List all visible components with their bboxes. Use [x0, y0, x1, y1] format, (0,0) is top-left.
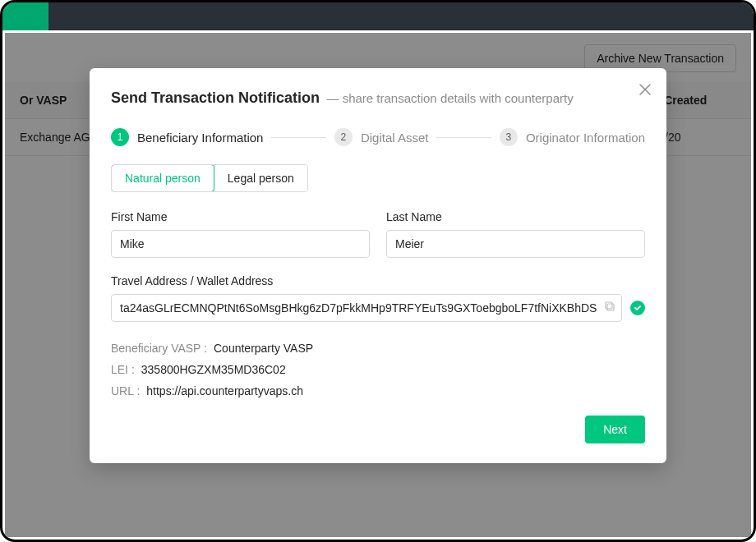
tab-legal-person[interactable]: Legal person [214, 165, 307, 191]
step-number: 2 [334, 128, 353, 146]
svg-rect-0 [607, 304, 614, 310]
close-icon[interactable] [638, 83, 652, 99]
step-label: Digital Asset [361, 131, 429, 145]
first-name-label: First Name [111, 210, 370, 223]
step-connector [271, 137, 325, 138]
step-digital-asset[interactable]: 2 Digital Asset [334, 128, 429, 146]
first-name-input[interactable] [111, 230, 370, 258]
person-type-tabs: Natural person Legal person [111, 164, 308, 192]
check-icon [630, 301, 645, 315]
stepper: 1 Beneficiary Information 2 Digital Asse… [111, 128, 645, 146]
last-name-input[interactable] [386, 230, 645, 258]
next-button[interactable]: Next [585, 416, 645, 443]
step-beneficiary[interactable]: 1 Beneficiary Information [111, 128, 263, 146]
step-number: 3 [500, 128, 518, 146]
step-number: 1 [111, 128, 129, 146]
last-name-label: Last Name [386, 210, 645, 223]
step-originator[interactable]: 3 Originator Information [500, 128, 645, 146]
beneficiary-vasp-label: Beneficiary VASP : [111, 342, 207, 355]
lei-value: 335800HGZXM35MD36C02 [141, 363, 286, 376]
modal-title: Send Transaction Notification [111, 90, 320, 106]
app-topbar [2, 2, 754, 30]
url-value: https://api.counterpartyvaps.ch [146, 384, 303, 397]
step-connector [436, 137, 491, 138]
step-label: Originator Information [526, 131, 645, 145]
lei-label: LEI : [111, 363, 135, 376]
beneficiary-vasp-value: Counterparty VASP [214, 342, 313, 355]
step-label: Beneficiary Information [137, 131, 263, 145]
copy-icon[interactable] [604, 301, 615, 315]
url-label: URL : [111, 384, 140, 397]
modal-subtitle: — share transaction details with counter… [326, 91, 573, 105]
svg-rect-1 [606, 302, 612, 309]
address-label: Travel Address / Wallet Address [111, 274, 645, 287]
address-input[interactable] [111, 294, 622, 322]
tab-natural-person[interactable]: Natural person [111, 164, 214, 192]
send-transaction-modal: Send Transaction Notification — share tr… [90, 68, 666, 463]
topbar-accent [2, 2, 48, 30]
